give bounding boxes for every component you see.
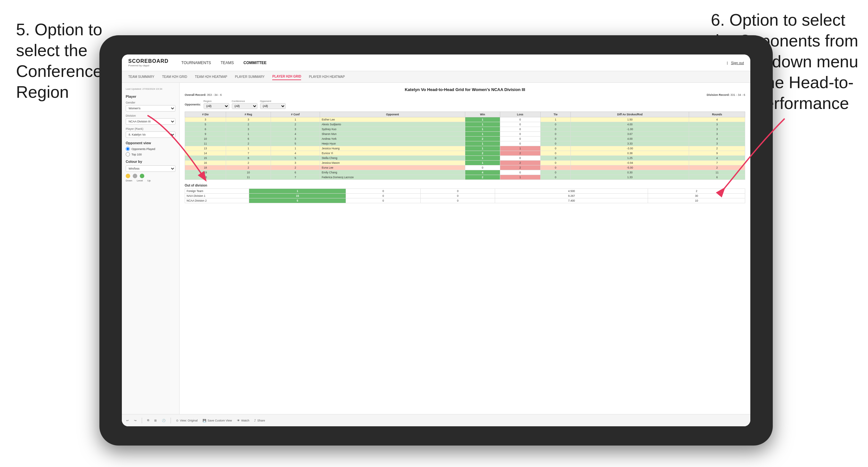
td-conf: 1 bbox=[271, 146, 320, 151]
tablet-frame: SCOREBOARD Powered by clippd TOURNAMENTS… bbox=[99, 35, 773, 445]
td-reg: 10 bbox=[226, 170, 271, 175]
td-reg: 11 bbox=[226, 175, 271, 180]
logo-text: SCOREBOARD bbox=[128, 58, 169, 64]
table-row: 19 10 6 Emily Chang 4 0 0 0.30 11 bbox=[185, 170, 745, 175]
td-opponent: Eunice Yi bbox=[320, 151, 465, 156]
main-table: # Div # Reg # Conf Opponent Win Loss Tie… bbox=[185, 112, 745, 180]
table-row: 15 8 5 Stella Cheng 1 0 0 1.25 4 bbox=[185, 156, 745, 161]
td-tie: 0 bbox=[540, 170, 571, 175]
save-custom-btn[interactable]: 💾 Save Custom View bbox=[203, 419, 232, 422]
th-opponent: Opponent bbox=[320, 112, 465, 117]
sub-nav-player-h2h-heatmap[interactable]: PLAYER H2H HEATMAP bbox=[309, 74, 345, 80]
td-conf: 2 bbox=[271, 165, 320, 170]
conference-filter-select[interactable]: (All) bbox=[232, 103, 257, 109]
watch-btn[interactable]: 👁 Watch bbox=[237, 419, 249, 422]
table-row: 20 11 7 Federica Domecq Lacroze 2 1 0 1.… bbox=[185, 175, 745, 180]
share-btn[interactable]: ⤴ Share bbox=[254, 419, 265, 422]
td-win: 4 bbox=[465, 170, 500, 175]
td-tie: 0 bbox=[540, 165, 571, 170]
sub-nav-team-summary[interactable]: TEAM SUMMARY bbox=[128, 74, 155, 80]
td-diff: 1.25 bbox=[571, 156, 689, 161]
td-opponent: Jessica Mason bbox=[320, 161, 465, 165]
player-section-title: Player bbox=[126, 95, 176, 98]
ood-diff: 7.400 bbox=[495, 198, 648, 203]
top-navbar: SCOREBOARD Powered by clippd TOURNAMENTS… bbox=[122, 55, 750, 71]
table-row: 5 2 2 Alexis Sudjianto 1 0 0 4.00 3 bbox=[185, 122, 745, 127]
sub-navbar: TEAM SUMMARY TEAM H2H GRID TEAM H2H HEAT… bbox=[122, 71, 750, 83]
td-win: 1 bbox=[465, 161, 500, 165]
td-win: 1 bbox=[465, 117, 500, 122]
td-diff: 0.38 bbox=[571, 151, 689, 156]
td-tie: 0 bbox=[540, 156, 571, 161]
ood-loss: 0 bbox=[346, 189, 421, 194]
opponent-filter-label: Opponent bbox=[260, 100, 286, 102]
td-conf: 4 bbox=[271, 151, 320, 156]
table-row: 13 1 1 Jessica Huang 1 1 0 -3.00 2 bbox=[185, 146, 745, 151]
out-of-division-header: Out of division bbox=[185, 184, 745, 187]
nav-links: TOURNAMENTS TEAMS COMMITTEE bbox=[182, 59, 267, 66]
td-conf: 3 bbox=[271, 161, 320, 165]
td-diff: 3.33 bbox=[571, 142, 689, 146]
td-tie: 0 bbox=[540, 151, 571, 156]
td-reg: 6 bbox=[226, 136, 271, 142]
td-reg: 1 bbox=[226, 132, 271, 136]
opponent-filter-select[interactable]: (All) bbox=[260, 103, 286, 109]
overall-record: Overall Record: 353 - 34 - 6 bbox=[185, 93, 222, 96]
nav-teams[interactable]: TEAMS bbox=[221, 59, 234, 66]
td-opponent: Andrea York bbox=[320, 136, 465, 142]
td-conf: 7 bbox=[271, 175, 320, 180]
td-tie: 0 bbox=[540, 142, 571, 146]
ood-diff: 9.267 bbox=[495, 194, 648, 198]
sub-nav-player-h2h-grid[interactable]: PLAYER H2H GRID bbox=[272, 73, 301, 80]
th-loss: Loss bbox=[500, 112, 540, 117]
td-conf: 3 bbox=[271, 136, 320, 142]
grid-area: Katelyn Vo Head-to-Head Grid for Women's… bbox=[180, 83, 750, 426]
sign-out-link[interactable]: Sign out bbox=[731, 61, 744, 65]
td-tie: 0 bbox=[540, 122, 571, 127]
td-conf: 5 bbox=[271, 142, 320, 146]
table-row: 11 2 5 Heejo Hyun 1 0 0 3.33 3 bbox=[185, 142, 745, 146]
td-conf: 6 bbox=[271, 170, 320, 175]
td-opponent: Federica Domecq Lacroze bbox=[320, 175, 465, 180]
td-conf: 4 bbox=[271, 132, 320, 136]
table-row: 18 2 2 Euna Lee 0 2 0 -5.00 2 bbox=[185, 165, 745, 170]
sub-nav-team-h2h-heatmap[interactable]: TEAM H2H HEATMAP bbox=[195, 74, 227, 80]
nav-tournaments[interactable]: TOURNAMENTS bbox=[182, 59, 211, 66]
view-original-btn[interactable]: ⊙ View: Original bbox=[180, 419, 197, 422]
table-row: 9 1 4 Sharon Mun 1 0 0 3.67 3 bbox=[185, 132, 745, 136]
sub-nav-team-h2h-grid[interactable]: TEAM H2H GRID bbox=[162, 74, 187, 80]
td-diff: -5.00 bbox=[571, 165, 689, 170]
td-tie: 0 bbox=[540, 175, 571, 180]
td-loss: 0 bbox=[500, 127, 540, 132]
td-win: 1 bbox=[465, 146, 500, 151]
ood-tie: 0 bbox=[421, 189, 495, 194]
td-conf: 3 bbox=[271, 127, 320, 132]
td-conf: 5 bbox=[271, 156, 320, 161]
ood-table-row: NAIA Division 1 15 0 0 9.267 30 bbox=[185, 194, 745, 198]
td-diff: 4.00 bbox=[571, 136, 689, 142]
th-conf: # Conf bbox=[271, 112, 320, 117]
ood-label: NCAA Division 2 bbox=[185, 198, 249, 203]
th-tie: Tie bbox=[540, 112, 571, 117]
td-opponent: Emily Chang bbox=[320, 170, 465, 175]
conference-filter-label: Conference bbox=[232, 100, 257, 102]
td-conf: 2 bbox=[271, 122, 320, 127]
nav-committee[interactable]: COMMITTEE bbox=[243, 59, 267, 66]
sub-nav-player-summary[interactable]: PLAYER SUMMARY bbox=[235, 74, 265, 80]
td-reg: 2 bbox=[226, 122, 271, 127]
table-row: 16 2 3 Jessica Mason 1 2 0 -0.94 7 bbox=[185, 161, 745, 165]
td-opponent: Sharon Mun bbox=[320, 132, 465, 136]
td-win: 1 bbox=[465, 127, 500, 132]
ood-table: Foreign Team 1 0 0 4.500 2 NAIA Division… bbox=[185, 188, 745, 203]
record-row: Overall Record: 353 - 34 - 6 Division Re… bbox=[185, 93, 745, 96]
td-opponent: Heejo Hyun bbox=[320, 142, 465, 146]
td-loss: 0 bbox=[500, 132, 540, 136]
td-diff: 1.33 bbox=[571, 175, 689, 180]
td-loss: 0 bbox=[500, 117, 540, 122]
logo: SCOREBOARD Powered by clippd bbox=[128, 58, 169, 67]
td-loss: 0 bbox=[500, 136, 540, 142]
td-reg: 2 bbox=[226, 161, 271, 165]
td-conf: 1 bbox=[271, 117, 320, 122]
ood-label: NAIA Division 1 bbox=[185, 194, 249, 198]
filters-row: Opponents: Region (All) Conference (All) bbox=[185, 100, 745, 109]
